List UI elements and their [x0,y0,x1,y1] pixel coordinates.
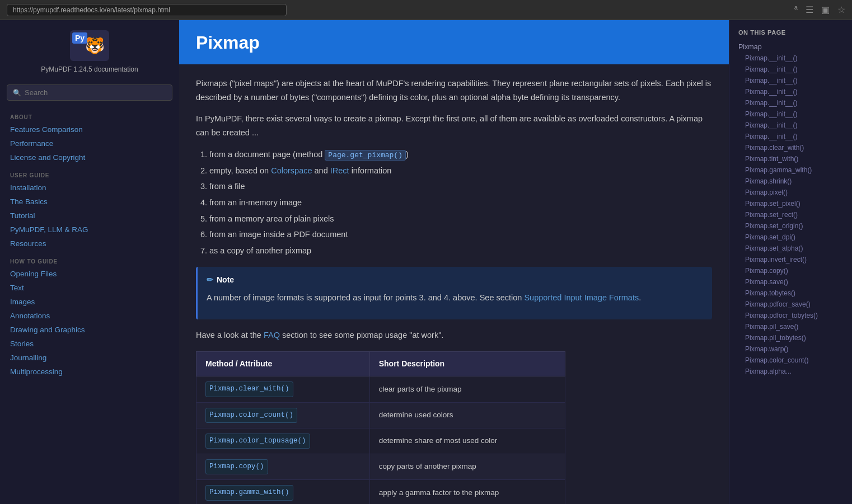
logo-py: Py [72,32,87,44]
sidebar-item-images[interactable]: Images [0,295,179,309]
table-row: Pixmap.gamma_with() apply a gamma factor… [196,480,565,504]
toc-item[interactable]: Pixmap.set_dpi() [729,232,852,243]
translate-icon[interactable]: ª [794,4,798,15]
sidebar-item-resources[interactable]: Resources [0,237,179,251]
sidebar-item-journalling[interactable]: Journalling [0,351,179,365]
list-item-2: empty, based on Colorspace and IRect inf… [209,164,712,178]
toc-item[interactable]: Pixmap.warp() [729,343,852,355]
toc-item[interactable]: Pixmap.color_count() [729,355,852,366]
toc-item[interactable]: Pixmap.tobytes() [729,288,852,299]
table-cell-method: Pixmap.copy() [196,454,370,480]
toc-item[interactable]: Pixmap.shrink() [729,176,852,187]
creation-list: from a document page (method Page.get_pi… [209,148,712,258]
toc-item-main[interactable]: Pixmap [729,41,852,53]
link-supported-formats[interactable]: Supported Input Image Formats [524,293,639,302]
table-col-method: Method / Attribute [196,351,370,376]
toc-item[interactable]: Pixmap.__init__() [729,131,852,142]
browser-controls: ª ☰ ▣ ☆ [794,4,845,15]
main-content: Pixmap Pixmaps ("pixel maps") are object… [179,20,729,504]
logo-title: PyMuPDF 1.24.5 documentation [41,65,138,73]
toc-item[interactable]: Pixmap.__init__() [729,64,852,75]
toc-item[interactable]: Pixmap.set_rect() [729,209,852,220]
toc-item[interactable]: Pixmap.set_alpha() [729,243,852,254]
method-code[interactable]: Pixmap.clear_with() [205,381,293,397]
sidebar-item-multiprocessing[interactable]: Multiprocessing [0,365,179,379]
toc-item[interactable]: Pixmap.tint_with() [729,153,852,164]
table-col-desc: Short Description [369,351,565,376]
toc-item[interactable]: Pixmap.clear_with() [729,142,852,153]
section-about-label: ABOUT [0,106,179,123]
logo-mu: 🐯 [85,36,105,55]
note-title: Note [217,274,234,287]
sidebar-logo: Py 🐯 PyMuPDF 1.24.5 documentation [0,20,179,79]
sidebar-item-drawing-graphics[interactable]: Drawing and Graphics [0,323,179,337]
sidebar-item-license-copyright[interactable]: License and Copyright [0,150,179,164]
note-body: A number of image formats is supported a… [207,291,703,305]
toc-item[interactable]: Pixmap.pil_save() [729,321,852,332]
method-code[interactable]: Pixmap.color_count() [205,408,297,423]
reader-icon[interactable]: ☰ [806,4,813,15]
table-cell-desc: determine share of most used color [369,428,565,454]
table-cell-desc: determine used colors [369,402,565,428]
table-row: Pixmap.copy() copy parts of another pixm… [196,454,565,480]
toc-item[interactable]: Pixmap.set_origin() [729,220,852,232]
table-cell-desc: apply a gamma factor to the pixmap [369,480,565,504]
table-row: Pixmap.clear_with() clear parts of the p… [196,376,565,402]
bookmark-icon[interactable]: ☆ [837,4,845,15]
table-cell-desc: clear parts of the pixmap [369,376,565,402]
toc-item[interactable]: Pixmap.save() [729,276,852,288]
list-item-5: from a memory area of plain pixels [209,212,712,226]
toc-item[interactable]: Pixmap.__init__() [729,53,852,64]
list-item-1: from a document page (method Page.get_pi… [209,148,712,162]
sidebar-item-text[interactable]: Text [0,281,179,295]
methods-table: Method / Attribute Short Description Pix… [196,351,565,504]
toc-item[interactable]: Pixmap.invert_irect() [729,254,852,265]
toc-item[interactable]: Pixmap.pixel() [729,187,852,198]
table-cell-method: Pixmap.gamma_with() [196,480,370,504]
table-cell-method: Pixmap.color_count() [196,402,370,428]
toc-item[interactable]: Pixmap.__init__() [729,75,852,86]
faq-line: Have a look at the FAQ section to see so… [196,328,712,342]
method-code[interactable]: Pixmap.color_topusage() [205,434,310,449]
toc-item[interactable]: Pixmap.__init__() [729,97,852,109]
sidebar-item-performance[interactable]: Performance [0,136,179,150]
list-item-7: as a copy of another pixmap [209,244,712,258]
toc-item[interactable]: Pixmap.copy() [729,265,852,276]
sidebar-item-pymupdf-llm-rag[interactable]: PyMuPDF, LLM & RAG [0,223,179,237]
toc-item[interactable]: Pixmap.pdfocr_tobytes() [729,310,852,321]
sidebar-item-features-comparison[interactable]: Features Comparison [0,123,179,136]
intro-paragraph-1: Pixmaps ("pixel maps") are objects at th… [196,77,712,104]
note-header: ✏ Note [207,274,703,287]
link-colorspace[interactable]: Colorspace [271,166,312,175]
link-faq[interactable]: FAQ [264,331,280,340]
toc-item[interactable]: Pixmap.set_pixel() [729,198,852,209]
method-code[interactable]: Pixmap.copy() [205,459,268,474]
toc-item[interactable]: Pixmap.alpha... [729,366,852,377]
toc-title: ON THIS PAGE [729,29,852,41]
pencil-icon: ✏ [207,274,213,287]
sidebar-item-opening-files[interactable]: Opening Files [0,267,179,281]
search-box[interactable]: 🔍 [7,84,172,101]
toc-item[interactable]: Pixmap.__init__() [729,120,852,131]
toc-item[interactable]: Pixmap.__init__() [729,86,852,97]
sidebar-item-installation[interactable]: Installation [0,181,179,195]
sidebar-item-the-basics[interactable]: The Basics [0,195,179,209]
intro-paragraph-2: In PyMuPDF, there exist several ways to … [196,112,712,139]
sidebar-item-tutorial[interactable]: Tutorial [0,209,179,223]
page-title: Pixmap [196,32,260,53]
toc-item[interactable]: Pixmap.gamma_with() [729,164,852,176]
search-input[interactable] [25,88,166,97]
tab-icon[interactable]: ▣ [821,4,830,15]
left-sidebar: Py 🐯 PyMuPDF 1.24.5 documentation 🔍 ABOU… [0,20,179,504]
method-code[interactable]: Pixmap.gamma_with() [205,485,293,500]
link-irect[interactable]: IRect [330,166,349,175]
sidebar-item-stories[interactable]: Stories [0,337,179,351]
toc-item[interactable]: Pixmap.pil_tobytes() [729,332,852,343]
toc-item[interactable]: Pixmap.__init__() [729,109,852,120]
list-item-4: from an in-memory image [209,196,712,210]
sidebar-item-annotations[interactable]: Annotations [0,309,179,323]
browser-url[interactable]: https://pymupdf.readthedocs.io/en/latest… [7,4,287,16]
table-row: Pixmap.color_count() determine used colo… [196,402,565,428]
code-get-pixmap: Page.get_pixmap() [325,150,406,161]
toc-item[interactable]: Pixmap.pdfocr_save() [729,299,852,310]
